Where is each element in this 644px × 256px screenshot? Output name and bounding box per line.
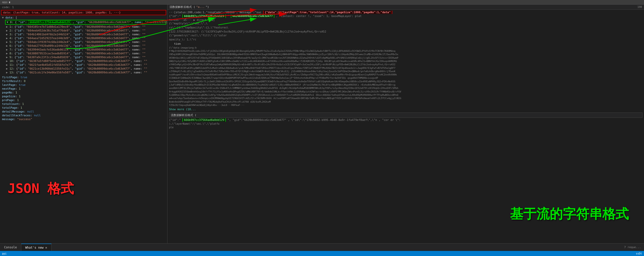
data-item-2[interactable]: ▶ 2: {"id": "664eeb452de36c7d1af76de9", … [5,29,166,33]
message-field: message: "success" [2,117,165,121]
whats-new-tab[interactable]: What's new × [21,244,52,251]
right-header-close: ") [206,5,209,9]
detail-message-field: detailMessage: null [2,110,165,114]
data-item-9[interactable]: ▶ 9: {"id": "66307a9c23f2cc54adb85839", … [5,55,166,59]
code-header: code: 1 [0,5,167,9]
data-item-4[interactable]: ▶ 4: {"id": "664aea72d529237ea144b3d9", … [5,36,166,40]
data-item-12[interactable]: ▶ 12: {"id": "6621ce13b960dd13356fe31c",… [5,67,166,71]
status-left-text: ppi [2,252,7,255]
detail-stack-traces-field: detailStackTraces: null [2,114,165,117]
first-result-field: firstResult: 0 [2,79,165,83]
second-green-id-box: 666b997cc37564ad8a0dd129 [182,118,226,122]
right-header-text: 流数据解析后格式 ( [170,5,195,9]
green-gid-box: 6620b80099dce6cc5d63d477 [231,14,274,18]
data-item-11[interactable]: ▶ 11: {"id": "6621fae4b45d51fd556fe7e7",… [5,63,166,67]
content-line-3: tk=d35···a5···▶ directisi| [169,18,642,21]
console-tab-label: Console [4,246,17,249]
content-line-1: ···[status:200,code:1,"respCode":"00000"… [169,11,642,14]
content-line-2: {"id":" 666b997cc37564ad8a0dd129 " 6620b… [169,14,642,18]
data-array-header: ▼ data: [ [0,16,167,20]
show-more-link[interactable]: Show more (18... [169,108,642,111]
whats-new-tab-label: What's new [25,246,44,249]
data-item-1[interactable]: ▶ 1: {"id": "664105re7b71d88d1a170ec0", … [5,25,166,29]
data-item-6[interactable]: ▶ 6: {"id": "664ab27f020a009ca144b136", … [5,44,166,48]
json-format-label: JSON 格式 [8,180,74,198]
red-data-box: {"data":[{"lastPage":true,"totalCount":1… [263,11,392,14]
page-no-field: pageNo: 1 [2,91,165,94]
second-stream-header: 流数据解析后格式 ( [169,113,642,118]
right-header-quote: "a... [196,5,205,9]
data-item-5[interactable]: ▶ 5: {"id": "664abc3f03974c60a144b2e4", … [5,40,166,44]
data-item-8[interactable]: ▶ 8: {"id": "66308079533cac5eadb85914", … [5,52,166,55]
stream-content: {\"data:image/png:b FfNpIt6X92HeDYmiDLim… [169,46,642,107]
console-tab[interactable]: Console [0,244,21,251]
status-left: ppi [2,252,7,255]
request-count: 7 reque... [621,244,644,251]
status-right-text: ssDt [636,252,642,255]
second-stream-content: ),\"layerName\":\"vec.\",\"platfo ple [169,122,642,129]
app-value: ▮ [9,1,11,4]
line-number: 190 [637,6,642,8]
total-count-field: totalCount: 1 [2,102,165,106]
top-bar: app: ▮ [0,0,644,5]
right-panel: 流数据解析后格式 ( "a... ") 190 ···[status:200,c… [167,5,644,243]
status-right: ssDt [636,252,642,255]
page-size-field: pageSize: 1 [2,94,165,98]
status-bar: ppi ssDt [0,251,644,256]
pre-page-field: prePage: 1 [2,98,165,102]
data-item-3[interactable]: ▶ 3: {"id": "664b14061bd4f6b2a144b524", … [5,33,166,36]
green-id-box: 666b997cc37564ad8a0dd129 [182,14,226,18]
content-map-section: {\"mapStyle\":\"vec.\",\ cs\":[],\"topOp… [169,22,642,42]
data-item-7[interactable]: ▶ 7: {"id": "66399443adcfe536adb86114", … [5,48,166,52]
left-panel: code: 1 data: {lastPage: true, totalCoun… [0,5,167,243]
bottom-tabs-bar: Console What's new × 7 reque... [0,243,644,251]
data-item-13[interactable]: ▶ 13: {"id": "6621cdc1fe34e06e556fe507",… [5,71,166,74]
app-label: app: [2,1,9,4]
first-page-field: firstPage: true [2,75,165,79]
next-page-field: nextPage: 1 [2,87,165,91]
data-item-0[interactable]: ▼ 0: { "id": 666b997cc37564ad8a0dd129 , … [5,20,166,25]
second-content-line: {"id":" 666b997cc37564ad8a0dd129 ", "gid… [169,118,642,122]
data-item-10[interactable]: ▶ 10: {"id": "66307a5fd88f5e42adb857ff",… [5,59,166,63]
right-panel-header-top: 流数据解析后格式 ( "a... ") 190 [167,5,644,10]
right-panel-content[interactable]: ···[status:200,code:1,"respCode":"00000"… [167,10,644,243]
whats-new-close-icon[interactable]: × [45,246,47,250]
tion-text: tion [169,42,642,45]
total-page-field: totalPage: 1 [2,106,165,110]
last-page-field: lastPage: true [2,83,165,87]
highlighted-id: 666b997cc37564ad8a0dd129 [28,20,71,24]
data-summary-row: data: {lastPage: true, totalCount: 14, p… [1,10,166,15]
